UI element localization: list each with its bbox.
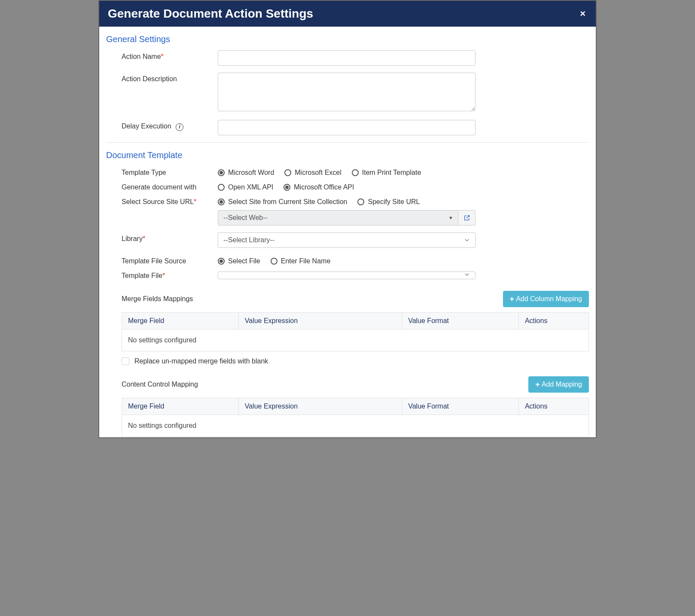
radio-source-specify[interactable]: Specify Site URL [357, 198, 420, 206]
radio-generate-office[interactable]: Microsoft Office API [283, 183, 354, 191]
radio-file-enter[interactable]: Enter File Name [271, 257, 331, 265]
template-file-dropdown[interactable] [218, 271, 476, 279]
radio-icon [271, 258, 277, 265]
generate-with-label: Generate document with [122, 181, 218, 191]
radio-label: Microsoft Office API [294, 183, 354, 191]
col-value-expression: Value Expression [238, 313, 402, 329]
file-source-label: Template File Source [122, 255, 218, 265]
open-site-button[interactable] [458, 210, 476, 226]
section-general-heading: General Settings [106, 34, 589, 44]
col-value-format: Value Format [402, 398, 519, 415]
radio-label: Select File [228, 257, 260, 265]
template-file-label-text: Template File [122, 272, 162, 279]
empty-message: No settings configured [122, 329, 589, 351]
plus-icon: + [510, 295, 515, 303]
info-icon[interactable]: i [176, 123, 183, 131]
col-actions: Actions [518, 398, 588, 415]
source-url-label-text: Select Source Site URL [122, 198, 194, 205]
select-library-dropdown[interactable]: --Select Library-- [218, 232, 476, 248]
radio-icon [357, 198, 364, 205]
select-library-text: --Select Library-- [223, 236, 274, 244]
radio-label: Open XML API [228, 183, 273, 191]
radio-icon [218, 184, 225, 191]
radio-template-excel[interactable]: Microsoft Excel [284, 169, 341, 177]
delay-exec-label: Delay Execution i [122, 120, 218, 131]
required-asterisk: * [162, 272, 165, 279]
close-icon[interactable]: × [578, 8, 587, 19]
add-column-mapping-button[interactable]: + Add Column Mapping [503, 291, 589, 307]
source-url-label: Select Source Site URL* [122, 195, 218, 206]
col-merge-field: Merge Field [122, 313, 239, 329]
library-label-text: Library [122, 235, 143, 242]
library-label: Library* [122, 232, 218, 243]
radio-icon [283, 184, 290, 191]
radio-label: Item Print Template [362, 169, 421, 177]
dialog-body[interactable]: General Settings Action Name* Action Des… [99, 27, 596, 437]
action-desc-input[interactable] [218, 73, 476, 111]
merge-mappings-title: Merge Fields Mappings [122, 295, 193, 303]
empty-message: No settings configured [122, 415, 589, 437]
action-name-input[interactable] [218, 50, 476, 66]
col-merge-field: Merge Field [122, 398, 239, 415]
dialog-title: Generate Document Action Settings [108, 7, 313, 21]
replace-blank-label: Replace un-mapped merge fields with blan… [134, 357, 268, 365]
replace-blank-checkbox[interactable] [122, 357, 129, 365]
add-mapping-button[interactable]: + Add Mapping [528, 376, 589, 393]
content-mappings-table: Merge Field Value Expression Value Forma… [122, 398, 589, 437]
template-type-label: Template Type [122, 166, 218, 177]
radio-icon [218, 169, 225, 176]
action-name-label: Action Name* [122, 50, 218, 61]
required-asterisk: * [194, 198, 196, 205]
radio-icon [218, 258, 225, 265]
radio-icon [284, 169, 291, 176]
delay-exec-input[interactable] [218, 120, 476, 135]
radio-label: Enter File Name [281, 257, 331, 265]
radio-label: Specify Site URL [368, 198, 420, 206]
radio-template-print[interactable]: Item Print Template [352, 169, 421, 177]
radio-label: Microsoft Word [228, 169, 274, 177]
external-link-icon [463, 214, 470, 221]
dialog: Generate Document Action Settings × Gene… [98, 0, 597, 438]
table-row-empty: No settings configured [122, 415, 589, 437]
content-mappings-title: Content Control Mapping [122, 381, 198, 388]
merge-mappings-table: Merge Field Value Expression Value Forma… [122, 312, 589, 351]
radio-source-collection[interactable]: Select Site from Current Site Collection [218, 198, 347, 206]
select-web-dropdown[interactable]: --Select Web-- [218, 210, 458, 226]
required-asterisk: * [161, 53, 164, 60]
radio-file-select[interactable]: Select File [218, 257, 260, 265]
section-template-heading: Document Template [106, 150, 589, 160]
template-file-label: Template File* [122, 269, 218, 280]
col-value-format: Value Format [402, 313, 519, 329]
col-actions: Actions [518, 313, 588, 329]
add-column-mapping-label: Add Column Mapping [516, 295, 582, 303]
radio-icon [218, 198, 225, 205]
radio-generate-openxml[interactable]: Open XML API [218, 183, 273, 191]
divider [106, 142, 589, 143]
add-mapping-label: Add Mapping [542, 381, 582, 388]
col-value-expression: Value Expression [238, 398, 402, 415]
action-name-label-text: Action Name [122, 53, 161, 60]
radio-icon [352, 169, 359, 176]
dialog-header: Generate Document Action Settings × [99, 1, 596, 27]
required-asterisk: * [143, 235, 145, 242]
delay-exec-label-text: Delay Execution [122, 122, 171, 130]
radio-label: Microsoft Excel [295, 169, 341, 177]
action-desc-label: Action Description [122, 73, 218, 83]
radio-template-word[interactable]: Microsoft Word [218, 169, 274, 177]
radio-label: Select Site from Current Site Collection [228, 198, 347, 206]
plus-icon: + [535, 381, 540, 388]
select-web-text: --Select Web-- [223, 214, 268, 221]
table-row-empty: No settings configured [122, 329, 589, 351]
